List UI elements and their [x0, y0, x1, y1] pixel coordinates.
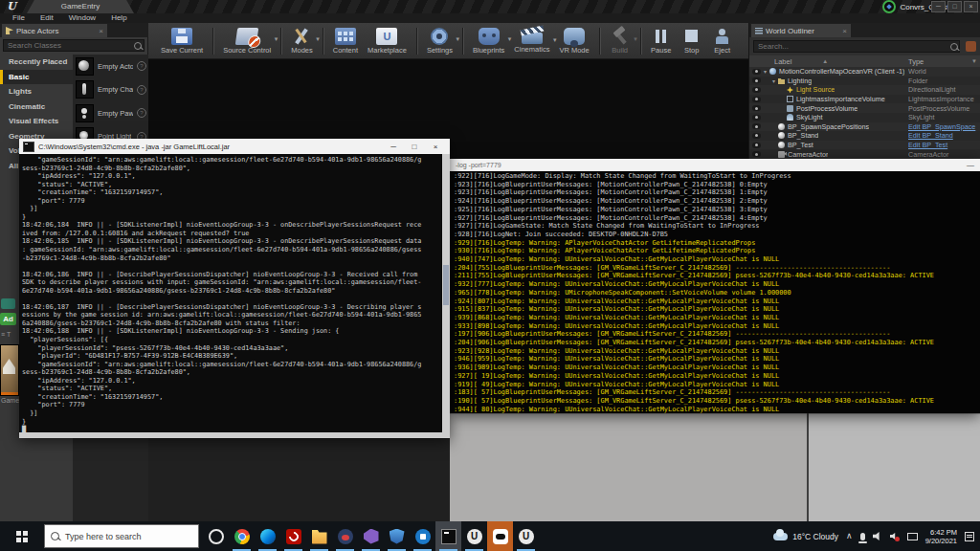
menu-window[interactable]: Window — [62, 13, 102, 23]
outliner-row-lightmassimportancevolume[interactable]: LightmassImportanceVolumeLightmassImport… — [749, 95, 980, 104]
outliner-row-bp-stand[interactable]: BP_StandEdit BP_Stand — [749, 131, 980, 141]
outliner-type-link[interactable]: Edit BP_Test — [908, 141, 979, 149]
microphone-icon[interactable] — [860, 533, 865, 540]
oculus-taskbar-icon[interactable] — [487, 521, 513, 551]
unreal-1-taskbar-icon[interactable] — [461, 521, 487, 551]
drag-handle-icon[interactable]: ? — [137, 61, 146, 71]
tab-place-actors[interactable]: Place Actors × — [2, 24, 107, 37]
maximize-button[interactable]: □ — [947, 1, 962, 12]
close-button[interactable]: × — [964, 1, 978, 12]
close-icon[interactable]: × — [842, 27, 847, 35]
cmd-taskbar-icon[interactable] — [435, 521, 461, 551]
toolbar-content-button[interactable]: Content — [333, 28, 358, 55]
log-window-titlebar[interactable]: -log -port=7779 — — [450, 159, 980, 171]
acrobat-taskbar-icon[interactable] — [280, 521, 306, 551]
outliner-row-bp-spawnspacepositions[interactable]: BP_SpawnSpacePositionsEdit BP_SpawnSpace — [749, 122, 980, 132]
visibility-eye-icon[interactable] — [752, 151, 761, 157]
weather-widget[interactable]: 16°C Cloudy — [773, 532, 838, 541]
outliner-row-skylight[interactable]: SkyLightSkyLight — [749, 113, 980, 122]
menu-edit[interactable]: Edit — [33, 13, 60, 23]
blue-app-taskbar-icon[interactable] — [410, 521, 435, 551]
minimize-button[interactable]: ─ — [931, 1, 946, 12]
visibility-eye-icon[interactable] — [752, 115, 761, 121]
visibility-eye-icon[interactable] — [752, 133, 761, 139]
outliner-row-motioncontrollermapoceanvr-client-1-[interactable]: ▾MotionControllerMapOceanVR (Client -1)W… — [749, 67, 980, 77]
category-lights[interactable]: Lights — [0, 84, 73, 99]
visibility-eye-icon[interactable] — [752, 77, 761, 83]
expand-arrow-icon[interactable]: ▾ — [772, 77, 778, 84]
visibility-eye-icon[interactable] — [752, 123, 761, 129]
drag-handle-icon[interactable]: ? — [137, 85, 146, 95]
actor-item-empty-pawn[interactable]: Empty Pawn? — [73, 101, 148, 125]
project-tab[interactable]: GameEntry — [27, 0, 134, 13]
cortana-taskbar-icon[interactable] — [203, 521, 229, 551]
menu-file[interactable]: File — [6, 13, 32, 23]
visibility-eye-icon[interactable] — [752, 143, 761, 148]
column-label[interactable]: Label — [774, 57, 791, 66]
drag-handle-icon[interactable]: ? — [137, 108, 146, 118]
search-classes-input[interactable] — [3, 39, 145, 52]
horizontal-scrollbar[interactable] — [19, 432, 450, 438]
outliner-type-link[interactable]: Edit BP_Stand — [908, 131, 979, 140]
toolbar-cinematics-button[interactable]: Cinematics▾ — [514, 29, 549, 54]
toolbar-stop-button[interactable]: Stop — [681, 28, 702, 55]
maximize-button[interactable]: □ — [404, 143, 425, 151]
toolbar-vr-mode-button[interactable]: VR Mode — [559, 28, 589, 55]
actor-item-empty-actor[interactable]: Empty Actor? — [73, 55, 148, 78]
close-icon[interactable]: × — [99, 27, 103, 35]
category-basic[interactable]: Basic — [0, 70, 73, 85]
asset-thumbnail[interactable] — [0, 344, 19, 396]
visual-studio-taskbar-icon[interactable] — [358, 521, 384, 551]
toolbar-settings-button[interactable]: Settings▾ — [427, 28, 453, 55]
toolbar-marketplace-button[interactable]: Marketplace — [368, 28, 407, 55]
close-button[interactable]: × — [425, 143, 446, 151]
category-cinematic[interactable]: Cinematic — [0, 99, 73, 115]
add-import-button[interactable]: Ad — [0, 313, 16, 325]
actor-item-empty-character[interactable]: Empty Character? — [73, 78, 148, 102]
toolbar-save-current-button[interactable]: Save Current — [161, 28, 203, 55]
visibility-eye-icon[interactable] — [752, 105, 761, 111]
outliner-row-bp-test[interactable]: BP_TestEdit BP_Test — [749, 141, 980, 150]
discord-taskbar-icon[interactable] — [332, 521, 358, 551]
display-icon[interactable] — [907, 533, 918, 540]
start-button[interactable] — [0, 521, 44, 551]
scrollbar-thumb[interactable] — [443, 265, 449, 305]
visibility-eye-icon[interactable] — [752, 69, 761, 75]
vertical-scrollbar[interactable] — [442, 154, 450, 432]
defender-taskbar-icon[interactable] — [384, 521, 410, 551]
chrome-taskbar-icon[interactable] — [229, 521, 255, 551]
log-output[interactable]: :922][716]LogGameMode: Display: Match St… — [450, 171, 980, 413]
outliner-filter-icon[interactable] — [966, 41, 976, 52]
column-type[interactable]: Type — [908, 57, 924, 66]
taskbar-search[interactable]: Type here to search — [44, 524, 199, 548]
outliner-row-lighting[interactable]: ▾LightingFolder — [749, 77, 980, 86]
toolbar-modes-button[interactable]: Modes▾ — [291, 28, 313, 55]
tab-world-outliner[interactable]: World Outliner × — [751, 24, 851, 37]
cmd-titlebar[interactable]: C:\Windows\System32\cmd.exe - java -jar … — [19, 139, 450, 154]
terminal-output[interactable]: "gameSessionId": "arn:aws:gamelift:local… — [19, 154, 442, 432]
outliner-row-postprocessvolume[interactable]: PostProcessVolumePostProcessVolume — [749, 103, 980, 113]
outliner-type-link[interactable]: Edit BP_SpawnSpace — [908, 122, 979, 131]
toolbar-eject-button[interactable]: Eject — [712, 28, 733, 55]
chevron-up-icon[interactable]: ∧ — [846, 521, 853, 551]
speaker-icon[interactable] — [873, 532, 882, 541]
outliner-row-cameraactor[interactable]: CameraActorCameraActor — [749, 149, 980, 159]
category-visual-effects[interactable]: Visual Effects — [0, 114, 73, 129]
menu-help[interactable]: Help — [104, 13, 133, 23]
save-all-icon[interactable] — [1, 298, 15, 309]
toolbar-blueprints-button[interactable]: Blueprints▾ — [473, 28, 504, 55]
toolbar-source-control-button[interactable]: Source Control▾ — [223, 28, 271, 55]
minimize-button[interactable]: — — [967, 161, 974, 169]
edge-taskbar-icon[interactable] — [255, 521, 280, 551]
toolbar-pause-button[interactable]: Pause — [651, 28, 672, 55]
unreal-2-taskbar-icon[interactable] — [513, 521, 539, 551]
action-center-icon[interactable] — [965, 532, 974, 541]
outliner-search-input[interactable] — [753, 40, 960, 53]
clock[interactable]: 6:42 PM 9/20/2021 — [925, 528, 957, 545]
filters-icon[interactable]: ≡ T — [1, 331, 11, 338]
volume-mixer-icon[interactable] — [890, 532, 900, 541]
outliner-row-light-source[interactable]: Light SourceDirectionalLight — [749, 85, 980, 95]
minimize-button[interactable]: ─ — [383, 143, 404, 151]
file-explorer-taskbar-icon[interactable] — [306, 521, 332, 551]
visibility-eye-icon[interactable] — [752, 87, 761, 93]
